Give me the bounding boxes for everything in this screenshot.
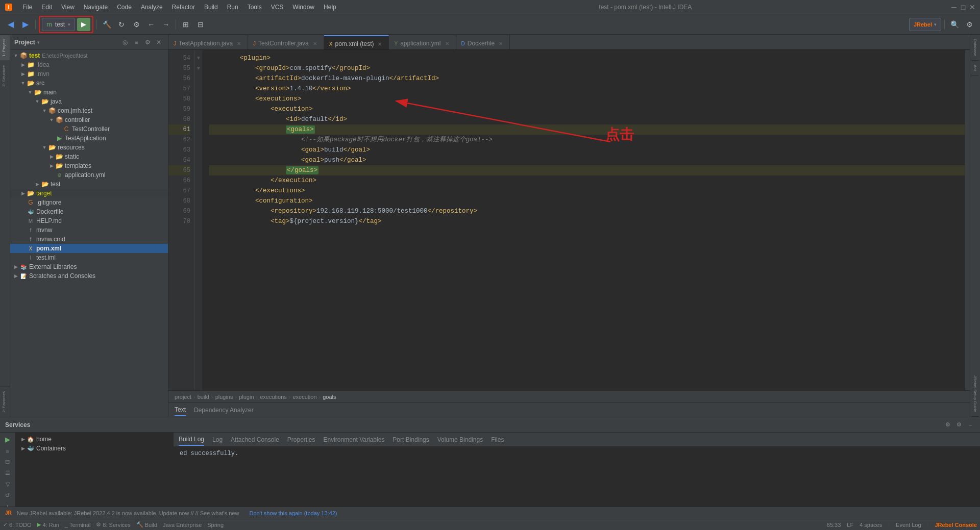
menu-run[interactable]: Run [223, 2, 242, 12]
tab-testapplication[interactable]: J TestApplication.java ✕ [168, 35, 248, 49]
tree-item-test-root[interactable]: ▼ 📦 test E:\etcdProject\test [10, 51, 168, 60]
svc-run-button[interactable]: ▶ [2, 435, 13, 444]
services-settings-button[interactable]: ⚙ [943, 420, 952, 430]
svc-tree-item-containers[interactable]: ▶ 🐳 Containers [15, 444, 173, 453]
tree-item-java-folder[interactable]: ▼ 📂 java [10, 97, 168, 106]
run-config-dropdown[interactable]: m test ▾ [42, 18, 75, 31]
tree-item-controller[interactable]: ▼ 📦 controller [10, 115, 168, 124]
status-jrebel-console[interactable]: JRebel Console [935, 522, 977, 528]
jrebel-config[interactable]: JRebel ▾ [909, 18, 941, 31]
menu-tools[interactable]: Tools [243, 2, 266, 12]
tree-item-main[interactable]: ▼ 📂 main [10, 88, 168, 97]
settings-tree-button[interactable]: ⚙ [142, 37, 153, 47]
sidebar-tab-project[interactable]: 1: Project [0, 35, 10, 61]
status-todo[interactable]: ✓ 6: TODO [3, 521, 32, 528]
forward-button[interactable]: ▶ [19, 18, 32, 31]
dropdown-chevron-icon[interactable]: ▾ [37, 40, 40, 45]
breadcrumb-build[interactable]: build [198, 394, 209, 400]
sidebar-tab-structure[interactable]: Z: Structure [0, 61, 10, 91]
status-event-log[interactable]: Event Log [896, 522, 921, 528]
tree-item-templates[interactable]: ▶ 📂 templates [10, 161, 168, 170]
code-content[interactable]: <plugin> <groupId>com.spotify</groupId> … [202, 50, 965, 390]
tree-item-external-libs[interactable]: ▶ 📚 External Libraries [10, 262, 168, 271]
tree-item-testiml[interactable]: ▶ I test.iml [10, 253, 168, 262]
tree-item-resources[interactable]: ▼ 📂 resources [10, 143, 168, 152]
svc-reload-button[interactable]: ↺ [2, 491, 13, 500]
tree-item-package[interactable]: ▼ 📦 com.jmh.test [10, 106, 168, 115]
svc-tab-log[interactable]: Log [212, 434, 223, 445]
breadcrumb-plugin[interactable]: plugin [239, 394, 254, 400]
status-java-enterprise[interactable]: Java Enterprise [163, 522, 202, 528]
svc-tab-port-bindings[interactable]: Port Bindings [393, 434, 429, 445]
close-panel-button[interactable]: ✕ [154, 37, 164, 47]
expand-button[interactable]: ⊞ [179, 18, 192, 31]
tab-close-icon4[interactable]: ✕ [444, 40, 451, 47]
svc-collapse-all[interactable]: ⊟ [2, 457, 13, 467]
breadcrumb-plugins[interactable]: plugins [215, 394, 233, 400]
status-spring[interactable]: Spring [207, 522, 224, 528]
svc-tab-attached-console[interactable]: Attached Console [231, 434, 279, 445]
tree-item-applyml[interactable]: ▶ ⚙ application.yml [10, 170, 168, 180]
status-run[interactable]: ▶ 4: Run [37, 521, 59, 528]
vertical-scrollbar[interactable] [965, 50, 970, 390]
tab-text[interactable]: Text [175, 404, 186, 416]
menu-help[interactable]: Help [320, 2, 340, 12]
svc-tab-files[interactable]: Files [491, 434, 504, 445]
settings2-button[interactable]: ⚙ [963, 18, 976, 31]
tab-close-icon2[interactable]: ✕ [311, 40, 318, 47]
menu-edit[interactable]: Edit [37, 2, 56, 12]
menu-window[interactable]: Window [288, 2, 318, 12]
menu-vcs[interactable]: VCS [267, 2, 288, 12]
tree-item-helpmd[interactable]: ▶ M HELP.md [10, 216, 168, 225]
close-button[interactable]: ✕ [969, 4, 976, 11]
maximize-button[interactable]: □ [960, 4, 967, 11]
settings-button[interactable]: ⚙ [130, 18, 143, 31]
services-output[interactable]: ed successfully. [174, 447, 980, 514]
tab-close-icon5[interactable]: ✕ [497, 40, 504, 47]
tree-item-static[interactable]: ▶ 📂 static [10, 152, 168, 161]
left-nav-button[interactable]: ← [144, 18, 158, 31]
menu-view[interactable]: View [57, 2, 79, 12]
services-gear-button[interactable]: ⚙ [954, 420, 964, 430]
svc-tab-env-vars[interactable]: Environment Variables [324, 434, 385, 445]
svc-tab-volume-bindings[interactable]: Volume Bindings [437, 434, 483, 445]
sync-button[interactable]: ↻ [115, 18, 128, 31]
tree-item-mvnwcmd[interactable]: ▶ f mvnw.cmd [10, 235, 168, 244]
breadcrumb-project[interactable]: project [175, 394, 191, 400]
jrebel-dont-show-again[interactable]: Don't show this again (today 13:42) [249, 510, 337, 516]
tab-pomxml[interactable]: X pom.xml (test) ✕ [324, 35, 389, 49]
breadcrumb-goals[interactable]: goals [323, 394, 336, 400]
tree-item-scratches[interactable]: ▶ 📝 Scratches and Consoles [10, 271, 168, 281]
tab-dependency-analyzer[interactable]: Dependency Analyzer [194, 405, 254, 416]
tab-dockerfile[interactable]: D Dockerfile ✕ [456, 35, 510, 49]
menu-build[interactable]: Build [200, 2, 222, 12]
sidebar-tab-database[interactable]: Database [971, 35, 979, 61]
status-services[interactable]: ⚙ 8: Services [96, 521, 130, 528]
menu-analyze[interactable]: Analyze [137, 2, 167, 12]
collapse-button[interactable]: ⊟ [194, 18, 207, 31]
scroll-to-file-button[interactable]: ◎ [120, 37, 130, 47]
tree-item-test-folder[interactable]: ▶ 📂 test [10, 180, 168, 189]
tab-close-icon[interactable]: ✕ [235, 40, 242, 47]
tree-item-testcontroller[interactable]: ▶ C TestController [10, 124, 168, 134]
status-build[interactable]: 🔨 Build [136, 521, 157, 528]
svc-tree-item-home[interactable]: ▶ 🏠 home [15, 435, 173, 444]
collapse-all-button[interactable]: ≡ [131, 37, 141, 47]
breadcrumb-executions[interactable]: executions [260, 394, 287, 400]
tree-item-dockerfile[interactable]: ▶ 🐳 Dockerfile [10, 207, 168, 216]
code-editor[interactable]: 54 55 56 57 58 59 60 61 62 63 64 65 66 6… [168, 50, 970, 390]
search-everywhere-button[interactable]: 🔍 [948, 18, 961, 31]
sidebar-tab-jrebel-setup[interactable]: JRebel Setup Guide [971, 371, 979, 417]
tab-testcontroller[interactable]: J TestController.java ✕ [248, 35, 324, 49]
svc-expand-all[interactable]: ≡ [2, 446, 13, 456]
breadcrumb-execution[interactable]: execution [292, 394, 316, 400]
tree-item-testapplication[interactable]: ▶ ▶ TestApplication [10, 134, 168, 143]
tree-item-pomxml[interactable]: ▶ X pom.xml [10, 244, 168, 253]
menu-code[interactable]: Code [113, 2, 136, 12]
minimize-button[interactable]: ─ [950, 4, 958, 11]
right-nav-button[interactable]: → [159, 18, 173, 31]
sidebar-tab-ant[interactable]: Ant [971, 61, 979, 75]
menu-file[interactable]: File [18, 2, 36, 12]
svc-filter-button[interactable]: ▽ [2, 479, 13, 489]
build-button[interactable]: 🔨 [100, 18, 113, 31]
